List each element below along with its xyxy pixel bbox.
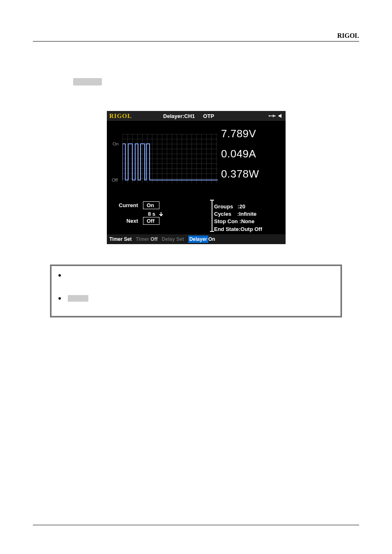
figure-caption: Figure caption placeholder (107, 248, 286, 254)
svg-point-0 (274, 115, 276, 117)
screenshot-header: RIGOL Delayer:CH1 OTP (107, 111, 286, 121)
footer-rule (33, 525, 359, 525)
voltage-reading: 7.789V (221, 127, 282, 140)
device-screenshot: RIGOL Delayer:CH1 OTP On Off 7.789V 0.04… (107, 111, 286, 244)
device-logo: RIGOL (109, 113, 132, 120)
page-header-brand: RIGOL (337, 32, 359, 39)
sound-off-icon (278, 113, 283, 119)
soft-key-placeholder (73, 78, 102, 85)
link-icon (268, 113, 277, 119)
tip-item-1: tip line one that wraps across two rows … (58, 271, 334, 288)
readings-panel: 7.789V 0.049A 0.378W (218, 121, 286, 199)
otp-indicator: OTP (203, 113, 214, 119)
softkey-row: Timer Set Timer Off Delay Set DelayerOn (107, 234, 286, 244)
tip-box: tip line one that wraps across two rows … (50, 265, 342, 317)
tip-item-2: tip line two follows the grey key box in… (58, 294, 334, 302)
y-axis-on-label: On (113, 141, 119, 146)
end-state: End State:Outp Off (214, 226, 286, 233)
body-paragraph: text before key text after key continues… (33, 78, 359, 85)
next-state-value: Off (143, 217, 159, 225)
waveform-trace (122, 134, 218, 183)
timer-set-label: Timer Set (109, 236, 131, 242)
footer-right: 00 (353, 529, 359, 535)
waveform-area: On Off (107, 121, 218, 199)
cycles-label: Cycles (214, 211, 231, 217)
delay-set-softkey[interactable]: Delay Set (160, 235, 186, 243)
stop-condition: Stop Con :None (214, 218, 286, 225)
arrow-down-icon (159, 212, 164, 217)
power-reading: 0.378W (221, 168, 282, 180)
groups-label: Groups (214, 203, 233, 210)
current-reading: 0.049A (221, 148, 282, 160)
params-right: Groups :20 Cycles :Infinite Stop Con :No… (212, 201, 286, 231)
current-state-label: Current (115, 202, 138, 208)
timer-softkey[interactable]: Timer Off (134, 235, 159, 243)
params-left: Current On 8 s Next Off (107, 199, 212, 234)
footer-left: footer left text (33, 529, 65, 535)
next-state-label: Next (115, 218, 138, 224)
delayer-softkey[interactable]: DelayerOn (187, 235, 217, 243)
countdown-time: 8 s (148, 211, 155, 217)
header-rule (33, 41, 359, 42)
groups-value: :20 (238, 203, 245, 210)
cycles-value: :Infinite (237, 211, 256, 217)
y-axis-off-label: Off (112, 178, 118, 182)
screenshot-title: Delayer:CH1 (163, 113, 195, 119)
soft-key-placeholder-2 (68, 295, 88, 302)
current-state-value: On (143, 201, 159, 209)
